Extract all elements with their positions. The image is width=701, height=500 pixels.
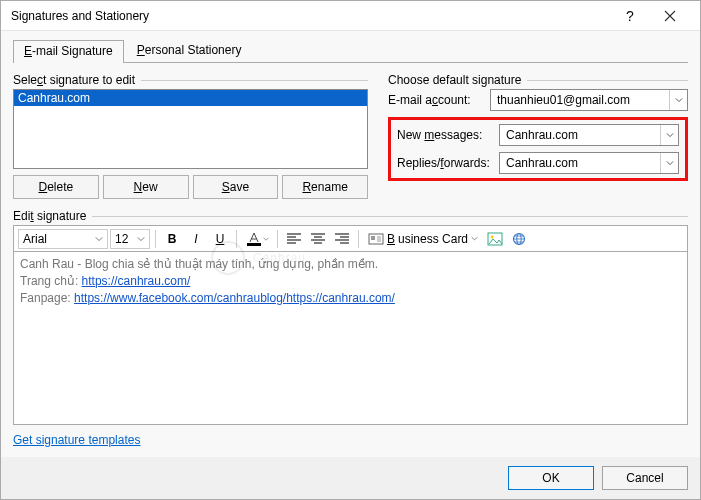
svg-rect-0 [247,243,261,246]
new-button[interactable]: New [103,175,189,199]
tab-strip: E-mail Signature Personal Stationery [13,39,688,63]
save-button[interactable]: Save [193,175,279,199]
link[interactable]: https://www.facebook.com/canhraublog/ [74,291,286,305]
chevron-down-icon [660,125,678,145]
cancel-button[interactable]: Cancel [602,466,688,490]
get-templates-link[interactable]: Get signature templates [13,433,140,447]
tab-personal-stationery[interactable]: Personal Stationery [126,39,253,62]
business-card-button[interactable]: Business Card [364,228,482,250]
ok-button[interactable]: OK [508,466,594,490]
align-left-button[interactable] [283,228,305,250]
link[interactable]: https://canhrau.com/ [286,291,395,305]
dialog-footer: OK Cancel [1,457,700,499]
close-button[interactable] [650,1,690,31]
highlight-box: New messages: Canhrau.com Replies/forwar… [388,117,688,181]
editor-line: Canh Rau - Blog chia sẻ thủ thuật máy tí… [20,256,681,273]
svg-point-4 [491,235,494,238]
align-right-button[interactable] [331,228,353,250]
template-link-row: Get signature templates [13,425,688,457]
new-messages-label: New messages: [397,128,499,142]
signature-item[interactable]: Canhrau.com [14,90,367,106]
chevron-down-icon [669,90,687,110]
default-signature-label: Choose default signature [388,73,688,87]
editor-toolbar: Arial 12 B I U Business Card [13,225,688,251]
edit-signature-label: Edit signature [13,209,688,223]
bold-button[interactable]: B [161,228,183,250]
link[interactable]: https://canhrau.com/ [82,274,191,288]
email-account-label: E-mail account: [388,93,490,107]
replies-forwards-dropdown[interactable]: Canhrau.com [499,152,679,174]
font-color-button[interactable] [242,228,272,250]
dialog-window: Signatures and Stationery ? Canhrau E-ma… [0,0,701,500]
chevron-down-icon [660,153,678,173]
signature-listbox[interactable]: Canhrau.com [13,89,368,169]
insert-hyperlink-button[interactable] [508,228,530,250]
align-center-button[interactable] [307,228,329,250]
signature-editor[interactable]: Canh Rau - Blog chia sẻ thủ thuật máy tí… [13,251,688,425]
help-button[interactable]: ? [610,1,650,31]
italic-button[interactable]: I [185,228,207,250]
select-signature-label: Select signature to edit [13,73,368,87]
rename-button[interactable]: Rename [282,175,368,199]
svg-rect-2 [371,236,375,240]
font-size-dropdown[interactable]: 12 [110,229,150,249]
delete-button[interactable]: Delete [13,175,99,199]
tab-email-signature[interactable]: E-mail Signature [13,40,124,63]
font-family-dropdown[interactable]: Arial [18,229,108,249]
email-account-dropdown[interactable]: thuanhieu01@gmail.com [490,89,688,111]
replies-forwards-label: Replies/forwards: [397,156,499,170]
dialog-title: Signatures and Stationery [11,9,610,23]
titlebar: Signatures and Stationery ? [1,1,700,31]
business-card-icon [368,232,384,246]
editor-line: Fanpage: https://www.facebook.com/canhra… [20,290,681,307]
editor-line: Trang chủ: https://canhrau.com/ [20,273,681,290]
new-messages-dropdown[interactable]: Canhrau.com [499,124,679,146]
underline-button[interactable]: U [209,228,231,250]
insert-picture-button[interactable] [484,228,506,250]
